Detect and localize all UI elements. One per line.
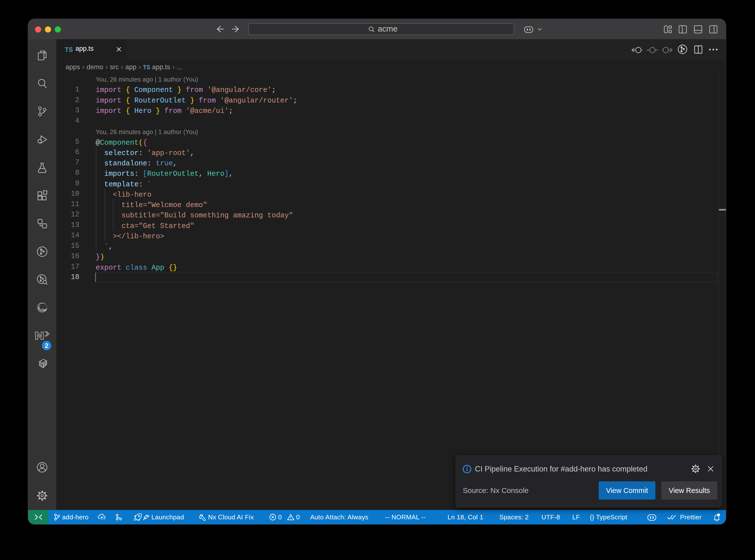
svg-text:2: 2 xyxy=(45,342,48,349)
